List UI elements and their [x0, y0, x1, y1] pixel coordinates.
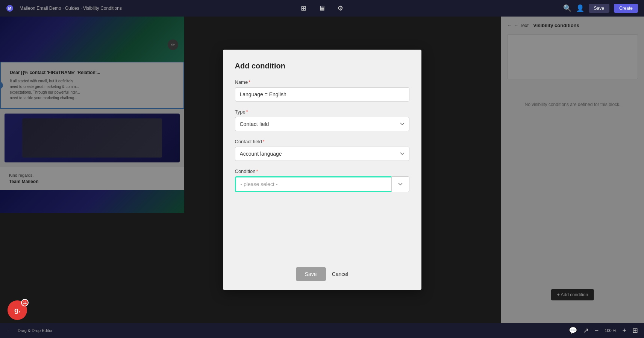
modal-footer: Save Cancel	[235, 267, 409, 281]
bottom-zoom-out-icon[interactable]: −	[595, 327, 599, 335]
condition-field-wrapper: - please select - equals not equals cont…	[235, 176, 409, 192]
editor-label: Drag & Drop Editor	[18, 328, 53, 333]
arrow-annotation	[0, 107, 8, 152]
grout-avatar[interactable]: g. 11	[8, 300, 27, 320]
bottom-bar-right: 💬 ↗ − 100 % + ⊞	[569, 326, 638, 335]
top-nav: M Maileon Email Demo · Guides · Visibili…	[0, 0, 644, 17]
top-nav-right: 🔍 👤 Save Create	[563, 4, 638, 13]
type-select[interactable]: Contact field Custom field Tag	[235, 117, 409, 131]
bottom-bar: ⋮ Drag & Drop Editor 💬 ↗ − 100 % + ⊞	[0, 323, 644, 338]
bottom-grid-icon[interactable]: ⊞	[632, 326, 638, 335]
contact-field-required-star: *	[263, 139, 265, 144]
type-form-group: Type * Contact field Custom field Tag	[235, 109, 409, 131]
monitor-icon[interactable]: 🖥	[318, 5, 325, 12]
condition-form-group: Condition * - please select - equals not…	[235, 168, 409, 192]
bottom-share-icon[interactable]: ↗	[583, 326, 589, 335]
name-input[interactable]	[235, 87, 409, 102]
name-label: Name *	[235, 79, 409, 85]
condition-label: Condition *	[235, 168, 409, 174]
grout-letter: g.	[14, 306, 20, 314]
grid-icon[interactable]: ⊞	[301, 4, 306, 12]
modal-overlay: Add condition Name * Type * Contact fiel…	[0, 17, 644, 323]
settings-icon[interactable]: ⚙	[337, 4, 343, 12]
nav-icons: ⊞ 🖥 ⚙	[301, 4, 343, 12]
bottom-chat-icon[interactable]: 💬	[569, 326, 577, 335]
breadcrumb: Maileon Email Demo · Guides · Visibility…	[20, 6, 122, 11]
contact-field-form-group: Contact field * Account language First n…	[235, 139, 409, 161]
grout-notification-badge: 11	[21, 299, 29, 306]
add-condition-modal: Add condition Name * Type * Contact fiel…	[223, 50, 421, 290]
contact-field-select[interactable]: Account language First name Last name Em…	[235, 147, 409, 161]
save-button[interactable]: Save	[296, 267, 326, 281]
condition-secondary-select[interactable]	[391, 176, 409, 192]
condition-select[interactable]: - please select - equals not equals cont…	[235, 176, 391, 192]
type-label: Type *	[235, 109, 409, 115]
name-form-group: Name *	[235, 79, 409, 102]
create-nav-button[interactable]: Create	[614, 4, 638, 13]
dots-icon: ⋮	[6, 328, 10, 333]
cancel-button[interactable]: Cancel	[332, 271, 349, 277]
contact-field-label: Contact field *	[235, 139, 409, 144]
condition-required-star: *	[256, 169, 258, 174]
zoom-level: 100 %	[605, 328, 616, 333]
bottom-zoom-in-icon[interactable]: +	[622, 327, 626, 335]
save-nav-button[interactable]: Save	[589, 4, 609, 13]
user-icon[interactable]: 👤	[576, 4, 584, 12]
app-logo: M	[6, 5, 17, 12]
type-required-star: *	[246, 109, 248, 115]
name-required-star: *	[249, 80, 250, 85]
svg-text:M: M	[8, 6, 11, 11]
search-icon[interactable]: 🔍	[563, 4, 571, 12]
modal-title: Add condition	[235, 62, 409, 70]
